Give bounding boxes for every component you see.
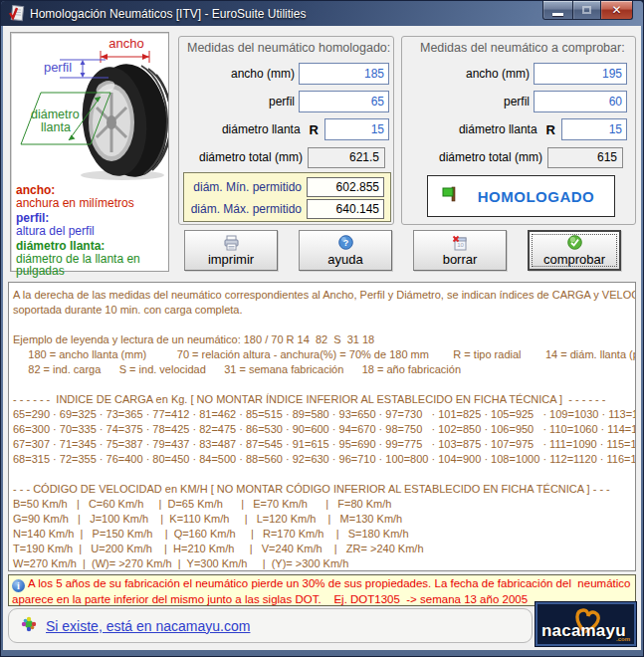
info-line: W=270 Km/h | (W)= >270 Km/h | Y=300 Km/h… xyxy=(13,556,631,571)
info-line: Ejemplo de leyenda y lectura de un neumá… xyxy=(13,332,631,347)
total-label-left: diámetro total (mm) xyxy=(187,150,303,164)
window-controls: ✕ xyxy=(542,1,633,20)
radial-letter-right: R xyxy=(546,122,555,137)
panel-homologado: Medidas del neumático homologado: ancho … xyxy=(178,36,394,225)
info-line xyxy=(13,377,631,392)
check-icon xyxy=(567,235,582,251)
ayuda-button[interactable]: ? ayuda xyxy=(299,230,392,271)
close-icon: ✕ xyxy=(611,4,621,16)
tire-diagram-panel: ancho perfil xyxy=(10,32,169,272)
max-label: diám. Máx. permitido xyxy=(190,202,307,216)
info-icon: i xyxy=(12,579,25,592)
llanta-input-homologado[interactable] xyxy=(324,118,389,140)
perfil-input-homologado[interactable] xyxy=(299,91,389,112)
tire-legend: ancho:anchura en milímetros perfil:altur… xyxy=(11,182,168,278)
svg-text:10: 10 xyxy=(457,242,464,248)
panel-comprobar: Medidas del neumático a comprobar: ancho… xyxy=(401,36,636,225)
info-line: 65=290 · 69=325 · 73=365 · 77=412 · 81=4… xyxy=(13,407,631,422)
legend-perfil: perfil:altura del perfil xyxy=(16,212,163,237)
total-field-comprobar: 615 xyxy=(547,147,623,168)
llanta-label-left: diámetro llanta xyxy=(187,122,301,136)
tire-diagram-image: ancho perfil xyxy=(11,33,168,182)
maximize-button[interactable] xyxy=(572,1,601,20)
ancho-input-comprobar[interactable] xyxy=(534,63,627,85)
ancho-annotation: ancho xyxy=(101,36,149,63)
svg-text:?: ? xyxy=(342,238,348,248)
borrar-label: borrar xyxy=(443,252,478,267)
panel-comprobar-title: Medidas del neumático a comprobar: xyxy=(420,41,625,55)
min-label: diám. Mín. permitido xyxy=(190,180,307,194)
info-line: A la derecha de las medidas del neumátic… xyxy=(13,288,631,303)
nacamayu-link-icon xyxy=(21,616,37,636)
perfil-label-left: perfil xyxy=(187,95,295,109)
info-line: soportada durante 10 min. con carga comp… xyxy=(13,303,631,318)
green-flag-icon xyxy=(442,186,458,206)
maximize-icon xyxy=(582,6,591,14)
footer-link-bar: Si existe, está en nacamayu.com xyxy=(8,608,533,643)
ancho-label-right: ancho (mm) xyxy=(410,67,530,81)
info-line xyxy=(13,467,631,482)
limits-box: diám. Mín. permitido 602.855 diám. Máx. … xyxy=(183,172,391,222)
result-label: HOMOLOGADO xyxy=(458,188,614,205)
window-content: ancho perfil xyxy=(3,26,641,650)
legend-ancho-desc: anchura en milímetros xyxy=(16,196,134,210)
info-line: 66=300 · 70=335 · 74=375 · 78=425 · 82=4… xyxy=(13,422,631,437)
radial-letter-left: R xyxy=(310,122,319,137)
llanta-label-right: diámetro llanta xyxy=(410,122,537,136)
ancho-input-homologado[interactable] xyxy=(299,63,389,85)
logo-wordmark: nacamayu xyxy=(541,621,626,641)
info-line: 180 = ancho llanta (mm) 70 = relación al… xyxy=(13,347,631,362)
result-box: HOMOLOGADO xyxy=(427,175,615,217)
logo-com: .com xyxy=(616,636,630,642)
llanta-input-comprobar[interactable] xyxy=(561,118,627,140)
minimize-button[interactable] xyxy=(542,1,573,20)
app-icon xyxy=(8,5,25,22)
printer-icon xyxy=(223,235,240,251)
close-button[interactable]: ✕ xyxy=(600,1,633,20)
ayuda-label: ayuda xyxy=(327,252,362,267)
warning-text-1: A los 5 años de su fabricación el neumát… xyxy=(28,577,630,589)
ancho-label-left: ancho (mm) xyxy=(187,67,295,81)
info-line: N=140 Km/h | P=150 Km/h | Q=160 Km/h | R… xyxy=(13,527,631,542)
app-window: Homologación Neumáticos [ITV] - EuroSuit… xyxy=(0,0,644,657)
info-line: 68=315 · 72=355 · 76=400 · 80=450 · 84=5… xyxy=(13,452,631,467)
nacamayu-link[interactable]: Si existe, está en nacamayu.com xyxy=(46,618,250,634)
info-text-area: A la derecha de las medidas del neumátic… xyxy=(8,282,636,571)
legend-diametro-desc: diámetro de la llanta en pulgadas xyxy=(16,252,140,279)
info-line: G=90 Km/h | J=100 Km/h | K=110 Km/h | L=… xyxy=(13,512,631,527)
legend-ancho: ancho:anchura en milímetros xyxy=(16,184,163,209)
perfil-label: perfil xyxy=(44,60,72,75)
comprobar-button[interactable]: comprobar xyxy=(528,230,621,271)
panel-homologado-title: Medidas del neumático homologado: xyxy=(187,41,390,55)
total-label-right: diámetro total (mm) xyxy=(410,150,542,164)
info-line: - - - - - - INDICE DE CARGA en Kg. [ NO … xyxy=(13,392,631,407)
info-line xyxy=(13,318,631,332)
nacamayu-logo[interactable]: nacamayu .com xyxy=(536,602,636,646)
imprimir-button[interactable]: imprimir xyxy=(184,230,278,271)
titlebar[interactable]: Homologación Neumáticos [ITV] - EuroSuit… xyxy=(1,1,643,26)
borrar-button[interactable]: 10 borrar xyxy=(413,230,507,271)
info-line: T=190 Km/h | U=200 Km/h | H=210 Km/h | V… xyxy=(13,542,631,556)
legend-diametro: diámetro llanta:diámetro de la llanta en… xyxy=(16,240,163,278)
warning-line-1: iA los 5 años de su fabricación el neumá… xyxy=(12,576,632,592)
perfil-label-right: perfil xyxy=(410,95,530,109)
legend-perfil-desc: altura del perfil xyxy=(16,224,95,238)
help-icon: ? xyxy=(338,235,353,251)
max-field: 640.145 xyxy=(307,199,384,219)
info-line: 67=307 · 71=345 · 75=387 · 79=437 · 83=4… xyxy=(13,437,631,452)
minimize-icon xyxy=(552,13,563,16)
erase-calendar-icon: 10 xyxy=(452,235,468,251)
window-title: Homologación Neumáticos [ITV] - EuroSuit… xyxy=(30,7,306,21)
diametro-label-line2: llanta xyxy=(41,120,71,134)
ancho-label: ancho xyxy=(108,36,143,51)
info-line: 82 = ind. carga S = ind. velocidad 31 = … xyxy=(13,362,631,377)
diametro-label-line1: diámetro xyxy=(31,108,80,121)
comprobar-label: comprobar xyxy=(543,252,605,267)
perfil-input-comprobar[interactable] xyxy=(534,91,627,112)
info-line: B=50 Km/h | C=60 Km/h | D=65 Km/h | E=70… xyxy=(13,497,631,512)
min-field: 602.855 xyxy=(307,177,384,197)
info-line: - - - CÓDIGO DE VELOCIDAD en KM/H [ NO M… xyxy=(13,482,631,497)
imprimir-label: imprimir xyxy=(208,252,254,267)
total-field-homologado: 621.5 xyxy=(308,147,385,168)
